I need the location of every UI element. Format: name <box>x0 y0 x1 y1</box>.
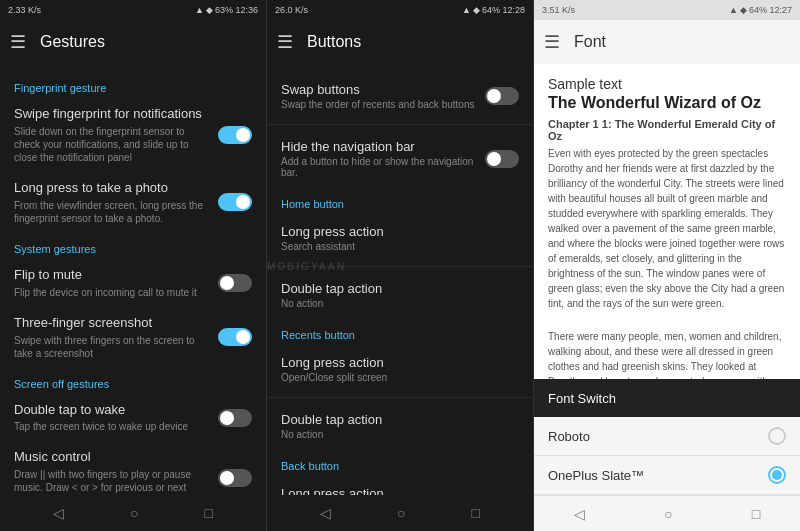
swipe-fp-title: Swipe fingerprint for notifications <box>14 106 210 123</box>
section-screen-off: Screen off gestures <box>0 368 266 394</box>
flip-mute-desc: Flip the device on incoming call to mute… <box>14 286 210 299</box>
signal-icon: ▲ <box>195 5 204 15</box>
hamburger-icon-2[interactable]: ☰ <box>277 31 293 53</box>
hide-nav-toggle[interactable] <box>485 150 519 168</box>
status-left-3: 3.51 K/s <box>542 5 575 15</box>
status-bar-1: 2.33 K/s ▲ ◆ 63% 12:36 <box>0 0 266 20</box>
recents-icon-1[interactable]: □ <box>205 505 213 521</box>
panel2-title: Buttons <box>307 33 361 51</box>
three-finger-desc: Swipe with three fingers on the screen t… <box>14 334 210 360</box>
nav-bar-1: ◁ ○ □ <box>0 495 266 531</box>
signal-icon-3: ▲ <box>729 5 738 15</box>
divider-3 <box>267 397 533 398</box>
signal-icon-2: ▲ <box>462 5 471 15</box>
status-left-1: 2.33 K/s <box>8 5 41 15</box>
longpress-photo-toggle[interactable] <box>218 193 252 211</box>
setting-swipe-fingerprint: Swipe fingerprint for notifications Slid… <box>0 98 266 172</box>
hide-nav-title: Hide the navigation bar <box>281 139 485 154</box>
top-bar-2: ☰ Buttons <box>267 20 533 64</box>
recents-longpress[interactable]: Long press action Open/Close split scree… <box>267 345 533 393</box>
back-longpress-title: Long press action <box>281 486 519 495</box>
home-icon-1[interactable]: ○ <box>130 505 138 521</box>
home-doubletap-desc: No action <box>281 298 519 309</box>
music-control-toggle[interactable] <box>218 469 252 487</box>
home-longpress-desc: Search assistant <box>281 241 519 252</box>
setting-hide-nav: Hide the navigation bar Add a button to … <box>267 129 533 188</box>
swipe-fp-desc: Slide down on the fingerprint sensor to … <box>14 125 210 164</box>
nav-bar-3: ◁ ○ □ <box>534 495 800 531</box>
wifi-icon: ◆ <box>206 5 213 15</box>
recents-icon-2[interactable]: □ <box>472 505 480 521</box>
swipe-fp-toggle[interactable] <box>218 126 252 144</box>
section-home-btn: Home button <box>267 188 533 214</box>
longpress-photo-title: Long press to take a photo <box>14 180 210 197</box>
home-longpress[interactable]: Long press action Search assistant <box>267 214 533 262</box>
panel3-title: Font <box>574 33 606 51</box>
home-icon-2[interactable]: ○ <box>397 505 405 521</box>
status-right-2: ▲ ◆ 64% 12:28 <box>462 5 525 15</box>
panel1-title: Gestures <box>40 33 105 51</box>
buttons-panel: 26.0 K/s ▲ ◆ 64% 12:28 ☰ Buttons Swap bu… <box>267 0 534 531</box>
font-option-oneplus[interactable]: OnePlus Slate™ <box>534 456 800 495</box>
setting-flip-mute: Flip to mute Flip the device on incoming… <box>0 259 266 307</box>
back-icon-2[interactable]: ◁ <box>320 505 331 521</box>
home-longpress-title: Long press action <box>281 224 519 239</box>
double-tap-wake-toggle[interactable] <box>218 409 252 427</box>
font-switch-label: Font Switch <box>548 391 616 406</box>
home-doubletap-title: Double tap action <box>281 281 519 296</box>
font-sample: Sample text The Wonderful Wizard of Oz C… <box>534 64 800 379</box>
hamburger-icon-3[interactable]: ☰ <box>544 31 560 53</box>
section-fingerprint: Fingerprint gesture <box>0 72 266 98</box>
section-system: System gestures <box>0 233 266 259</box>
sample-subtitle: The Wonderful Wizard of Oz <box>548 94 786 112</box>
recents-doubletap-desc: No action <box>281 429 519 440</box>
recents-icon-3[interactable]: □ <box>752 506 760 522</box>
status-left-2: 26.0 K/s <box>275 5 308 15</box>
font-roboto-radio[interactable] <box>768 427 786 445</box>
sample-label: Sample text <box>548 76 786 92</box>
recents-doubletap[interactable]: Double tap action No action <box>267 402 533 450</box>
flip-mute-toggle[interactable] <box>218 274 252 292</box>
swap-toggle[interactable] <box>485 87 519 105</box>
top-bar-1: ☰ Gestures <box>0 20 266 64</box>
divider-2 <box>267 266 533 267</box>
home-doubletap[interactable]: Double tap action No action <box>267 271 533 319</box>
sample-body-2: There were many people, men, women and c… <box>548 329 786 379</box>
back-longpress[interactable]: Long press action No action <box>267 476 533 495</box>
recents-longpress-title: Long press action <box>281 355 519 370</box>
wifi-icon-3: ◆ <box>740 5 747 15</box>
hide-nav-desc: Add a button to hide or show the navigat… <box>281 156 485 178</box>
setting-double-tap-wake: Double tap to wake Tap the screen twice … <box>0 394 266 442</box>
gestures-content: Fingerprint gesture Swipe fingerprint fo… <box>0 64 266 495</box>
flip-mute-title: Flip to mute <box>14 267 210 284</box>
divider-1 <box>267 124 533 125</box>
swap-title: Swap buttons <box>281 82 474 97</box>
double-tap-wake-title: Double tap to wake <box>14 402 210 419</box>
sample-body-1: Even with eyes protected by the green sp… <box>548 146 786 311</box>
wifi-icon-2: ◆ <box>473 5 480 15</box>
nav-bar-2: ◁ ○ □ <box>267 495 533 531</box>
music-control-desc: Draw || with two fingers to play or paus… <box>14 468 210 495</box>
back-icon-1[interactable]: ◁ <box>53 505 64 521</box>
recents-doubletap-title: Double tap action <box>281 412 519 427</box>
back-icon-3[interactable]: ◁ <box>574 506 585 522</box>
recents-longpress-desc: Open/Close split screen <box>281 372 519 383</box>
home-icon-3[interactable]: ○ <box>664 506 672 522</box>
font-oneplus-radio[interactable] <box>768 466 786 484</box>
section-back-btn: Back button <box>267 450 533 476</box>
font-roboto-name: Roboto <box>548 429 590 444</box>
font-panel: 3.51 K/s ▲ ◆ 64% 12:27 ☰ Font Sample tex… <box>534 0 800 531</box>
buttons-content: Swap buttons Swap the order of recents a… <box>267 64 533 495</box>
setting-three-finger: Three-finger screenshot Swipe with three… <box>0 307 266 368</box>
music-control-title: Music control <box>14 449 210 466</box>
setting-swap: Swap buttons Swap the order of recents a… <box>267 72 533 120</box>
top-bar-3: ☰ Font <box>534 20 800 64</box>
three-finger-title: Three-finger screenshot <box>14 315 210 332</box>
swap-desc: Swap the order of recents and back butto… <box>281 99 474 110</box>
status-bar-2: 26.0 K/s ▲ ◆ 64% 12:28 <box>267 0 533 20</box>
three-finger-toggle[interactable] <box>218 328 252 346</box>
font-oneplus-name: OnePlus Slate™ <box>548 468 644 483</box>
longpress-photo-desc: From the viewfinder screen, long press t… <box>14 199 210 225</box>
hamburger-icon-1[interactable]: ☰ <box>10 31 26 53</box>
font-option-roboto[interactable]: Roboto <box>534 417 800 456</box>
